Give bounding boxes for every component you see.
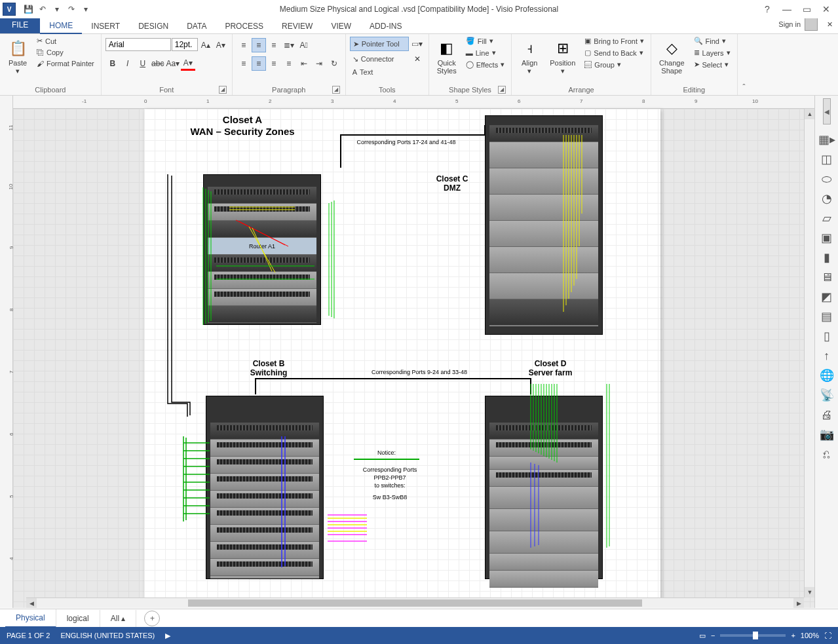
shapes-expand-handle[interactable]: ◀ [823, 98, 831, 124]
zoom-slider[interactable] [720, 634, 786, 637]
shape-box-icon[interactable]: ▣ [818, 229, 835, 246]
shape-disk-icon[interactable]: ◔ [818, 190, 835, 207]
shape-tower-icon[interactable]: ▮ [818, 249, 835, 266]
minimize-button[interactable]: — [778, 2, 796, 16]
shape-quick-icon[interactable]: ▦▸ [818, 131, 835, 148]
undo-dropdown[interactable]: ▾ [50, 2, 64, 16]
tab-file[interactable]: FILE [0, 16, 40, 33]
underline-button[interactable]: U [136, 56, 150, 71]
font-size-input[interactable] [172, 38, 198, 51]
justify-button[interactable]: ≡ [282, 56, 296, 71]
rack-closet-d[interactable] [485, 396, 603, 579]
help-button[interactable]: ? [758, 2, 776, 16]
zoom-level[interactable]: 100% [801, 632, 819, 639]
shape-styles-dialog-launcher[interactable]: ◢ [498, 86, 506, 94]
shape-printer-icon[interactable]: 🖨 [818, 406, 835, 423]
font-color-button[interactable]: A▾ [181, 56, 195, 71]
fit-page-button[interactable]: ⛶ [824, 632, 831, 639]
hscroll-thumb[interactable] [188, 599, 642, 607]
rack-closet-a[interactable]: Router A1 [203, 174, 321, 325]
indent-inc-button[interactable]: ⇥ [312, 56, 326, 71]
undo-button[interactable]: ↶ [35, 2, 50, 16]
shape-rack-icon[interactable]: ▯ [818, 328, 835, 345]
tab-review[interactable]: REVIEW [273, 19, 322, 33]
quick-styles-button[interactable]: ◧ Quick Styles [433, 35, 461, 77]
drawing-page[interactable]: Closet A WAN – Security Zones Closet C D… [144, 109, 660, 608]
font-name-input[interactable] [105, 38, 171, 51]
shape-camera-icon[interactable]: 📷 [818, 426, 835, 443]
page-tab-logical[interactable]: logical [56, 610, 100, 627]
shape-satellite-icon[interactable]: 📡 [818, 387, 835, 404]
zoom-thumb[interactable] [753, 632, 758, 639]
paragraph-dialog-launcher[interactable]: ◢ [332, 86, 340, 94]
indent-dec-button[interactable]: ⇤ [297, 56, 311, 71]
fill-button[interactable]: 🪣Fill ▾ [463, 35, 507, 47]
rack-closet-c[interactable] [485, 115, 603, 335]
tab-process[interactable]: PROCESS [216, 19, 273, 33]
page-tab-all[interactable]: All ▴ [100, 610, 137, 627]
qat-customize[interactable]: ▾ [79, 2, 93, 16]
zoom-out-button[interactable]: − [711, 632, 715, 639]
redo-button[interactable]: ↷ [64, 2, 79, 16]
rectangle-tool-button[interactable]: ▭▾ [410, 37, 425, 51]
shape-server-icon[interactable]: ◫ [818, 151, 835, 168]
pointer-tool-button[interactable]: ➤Pointer Tool [350, 37, 409, 51]
add-page-button[interactable]: + [144, 611, 160, 626]
align-right-button[interactable]: ≡ [267, 56, 281, 71]
font-dialog-launcher[interactable]: ◢ [219, 86, 227, 94]
align-bottom-button[interactable]: ≡ [267, 38, 281, 52]
doc-close-button[interactable]: ✕ [827, 20, 833, 29]
bold-button[interactable]: B [105, 56, 120, 71]
align-button[interactable]: ⫞Align▾ [516, 35, 543, 77]
layers-button[interactable]: ≣Layers ▾ [691, 47, 733, 58]
cut-button[interactable]: ✂Cut [34, 35, 97, 47]
rack-closet-b[interactable] [206, 396, 324, 579]
zoom-in-button[interactable]: + [791, 632, 795, 639]
status-macro-icon[interactable]: ▶ [165, 632, 170, 640]
tab-addins[interactable]: ADD-INS [360, 19, 411, 33]
find-button[interactable]: 🔍Find ▾ [691, 35, 733, 47]
align-left-button[interactable]: ≡ [237, 56, 251, 71]
effects-button[interactable]: ◯Effects ▾ [463, 59, 507, 70]
vertical-scrollbar[interactable]: ▲ ▼ [804, 109, 814, 597]
send-to-back-button[interactable]: ▢Send to Back ▾ [582, 47, 647, 58]
page-tab-physical[interactable]: Physical [5, 609, 56, 628]
tab-insert[interactable]: INSERT [82, 19, 129, 33]
change-shape-button[interactable]: ◇Change Shape [655, 35, 689, 77]
rotate-text-button[interactable]: ↻ [327, 56, 341, 71]
group-button[interactable]: ⿳Group ▾ [582, 59, 647, 70]
italic-button[interactable]: I [121, 56, 135, 71]
position-button[interactable]: ⊞Position▾ [546, 35, 579, 77]
canvas-background[interactable]: Closet A WAN – Security Zones Closet C D… [13, 109, 814, 608]
collapse-ribbon-button[interactable]: ˆ [738, 34, 751, 95]
scroll-left-button[interactable]: ◀ [26, 598, 37, 608]
shrink-font-button[interactable]: A▾ [214, 38, 228, 52]
shape-pc-icon[interactable]: 🖥 [818, 269, 835, 286]
clear-format-button[interactable]: A⃠ [297, 38, 311, 52]
align-middle-button[interactable]: ≡ [252, 38, 266, 52]
delete-tool-button[interactable]: ✕ [410, 52, 425, 66]
align-top-button[interactable]: ≡ [237, 38, 251, 52]
align-center-button[interactable]: ≡ [252, 56, 266, 71]
select-button[interactable]: ➤Select ▾ [691, 59, 733, 70]
scroll-down-button[interactable]: ▼ [805, 587, 814, 597]
tab-design[interactable]: DESIGN [129, 19, 178, 33]
copy-button[interactable]: ⿻Copy [34, 47, 97, 58]
shape-card-icon[interactable]: ▱ [818, 210, 835, 227]
bring-to-front-button[interactable]: ▣Bring to Front ▾ [582, 35, 647, 47]
strike-button[interactable]: abc [151, 56, 165, 71]
tab-data[interactable]: DATA [178, 19, 216, 33]
shape-network-icon[interactable]: ⎌ [818, 445, 835, 463]
tab-view[interactable]: VIEW [322, 19, 360, 33]
maximize-button[interactable]: ▭ [797, 2, 816, 16]
line-button[interactable]: ▬Line ▾ [463, 47, 507, 58]
scroll-up-button[interactable]: ▲ [805, 109, 814, 119]
tab-home[interactable]: HOME [40, 18, 82, 34]
bullets-button[interactable]: ≣▾ [282, 38, 296, 52]
connector-tool-button[interactable]: ↘Connector [350, 52, 409, 66]
shape-arrow-icon[interactable]: ↑ [818, 347, 835, 364]
grow-font-button[interactable]: A▴ [199, 38, 213, 52]
save-button[interactable]: 💾 [21, 2, 35, 16]
status-language[interactable]: ENGLISH (UNITED STATES) [60, 632, 155, 639]
shape-globe-icon[interactable]: 🌐 [818, 367, 835, 384]
